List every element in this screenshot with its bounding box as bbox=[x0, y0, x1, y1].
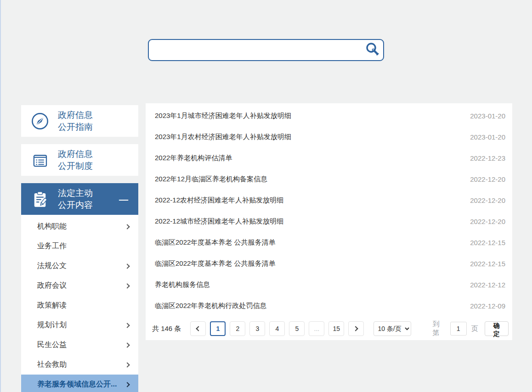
article-row[interactable]: 2022-12城市经济困难老年人补贴发放明细2022-12-20 bbox=[146, 211, 512, 232]
goto-prefix-label: 到第 bbox=[432, 320, 445, 337]
menu-item-label: 机构职能 bbox=[37, 222, 122, 231]
page-ellipsis: ... bbox=[309, 321, 324, 336]
article-title[interactable]: 临淄区2022年养老机构行政处罚信息 bbox=[155, 302, 464, 310]
article-date: 2022-12-20 bbox=[470, 175, 505, 183]
article-title[interactable]: 2022年养老机构评估清单 bbox=[155, 154, 464, 162]
article-date: 2022-12-23 bbox=[470, 154, 505, 162]
sidebar-menu-item-2[interactable]: 法规公文 bbox=[21, 256, 138, 276]
search-input[interactable] bbox=[149, 40, 362, 60]
sidebar-block-0[interactable]: 政府信息公开指南 bbox=[21, 105, 138, 137]
article-title[interactable]: 2023年1月农村经济困难老年人补贴发放明细 bbox=[155, 133, 464, 141]
chevron-right-icon bbox=[353, 326, 358, 331]
sidebar-block-label: 法定主动公开内容 bbox=[58, 187, 119, 211]
search-button[interactable] bbox=[362, 40, 383, 60]
sidebar-menu-item-4[interactable]: 政策解读 bbox=[21, 296, 138, 315]
menu-item-label: 政府会议 bbox=[37, 281, 122, 291]
article-date: 2023-01-20 bbox=[470, 112, 505, 120]
sidebar-menu-item-7[interactable]: 社会救助 bbox=[21, 355, 138, 375]
chevron-right-icon bbox=[125, 323, 130, 328]
menu-item-label: 社会救助 bbox=[37, 360, 122, 370]
goto-page-input[interactable] bbox=[450, 322, 467, 336]
article-date: 2022-12-12 bbox=[470, 281, 505, 289]
chevron-right-icon bbox=[125, 224, 130, 229]
article-row[interactable]: 临淄区2022年度基本养老 公共服务清单2022-12-15 bbox=[146, 232, 512, 253]
article-date: 2022-12-09 bbox=[470, 302, 505, 310]
page: { "search": { "placeholder": "", "value"… bbox=[0, 0, 532, 392]
page-button-4[interactable]: 4 bbox=[269, 321, 285, 336]
article-row[interactable]: 临淄区2022年度基本养老 公共服务清单2022-12-15 bbox=[146, 253, 512, 274]
search-icon bbox=[365, 42, 380, 59]
article-row[interactable]: 2022-12农村经济困难老年人补贴发放明细2022-12-20 bbox=[146, 190, 512, 211]
menu-item-label: 政策解读 bbox=[37, 301, 122, 310]
article-row[interactable]: 2023年1月城市经济困难老年人补贴发放明细2023-01-20 bbox=[146, 105, 512, 126]
search-bar bbox=[148, 39, 384, 61]
sidebar-menu-item-0[interactable]: 机构职能 bbox=[21, 217, 138, 236]
sidebar-menu-item-8[interactable]: 养老服务领域信息公开... bbox=[21, 375, 138, 392]
total-count-label: 共 146 条 bbox=[152, 325, 181, 333]
compass-icon bbox=[30, 112, 50, 131]
page-button-1[interactable]: 1 bbox=[210, 321, 226, 336]
page-button-3[interactable]: 3 bbox=[249, 321, 265, 336]
chevron-right-icon bbox=[125, 342, 130, 347]
page-size-select[interactable]: 10 条/页 bbox=[374, 321, 411, 336]
page-button-5[interactable]: 5 bbox=[289, 321, 305, 336]
menu-item-label: 规划计划 bbox=[37, 320, 122, 330]
article-title[interactable]: 养老机构服务信息 bbox=[155, 280, 464, 289]
article-title[interactable]: 2022年12月临淄区养老机构备案信息 bbox=[155, 175, 464, 184]
menu-item-label: 养老服务领域信息公开... bbox=[37, 380, 122, 389]
article-row[interactable]: 2022年养老机构评估清单2022-12-23 bbox=[146, 147, 512, 168]
sidebar-block-1[interactable]: 政府信息公开制度 bbox=[21, 144, 138, 176]
article-row[interactable]: 2022年12月临淄区养老机构备案信息2022-12-20 bbox=[146, 168, 512, 190]
sidebar-menu-item-5[interactable]: 规划计划 bbox=[21, 315, 138, 335]
sidebar-block-2[interactable]: 法定主动公开内容— bbox=[21, 183, 138, 215]
article-date: 2023-01-20 bbox=[470, 133, 505, 141]
sidebar-menu-item-6[interactable]: 民生公益 bbox=[21, 335, 138, 355]
collapse-icon[interactable]: — bbox=[119, 195, 128, 204]
chevron-right-icon bbox=[125, 263, 130, 269]
pagination-bar: 共 146 条 12345...15 10 条/页 到第 页 确定 bbox=[149, 321, 509, 336]
sidebar-blocks: 政府信息公开指南政府信息公开制度法定主动公开内容— bbox=[21, 105, 138, 215]
sidebar-block-label: 政府信息公开制度 bbox=[58, 148, 138, 172]
chevron-left-icon bbox=[196, 326, 201, 331]
article-row[interactable]: 2023年1月农村经济困难老年人补贴发放明细2023-01-20 bbox=[146, 126, 512, 147]
next-page-button[interactable] bbox=[348, 321, 364, 336]
article-title[interactable]: 临淄区2022年度基本养老 公共服务清单 bbox=[155, 259, 464, 268]
article-title[interactable]: 2022-12农村经济困难老年人补贴发放明细 bbox=[155, 196, 464, 205]
sidebar-menu: 机构职能业务工作法规公文政府会议政策解读规划计划民生公益社会救助养老服务领域信息… bbox=[21, 215, 138, 392]
menu-item-label: 业务工作 bbox=[37, 241, 122, 251]
chevron-right-icon bbox=[125, 362, 130, 367]
sidebar-block-label: 政府信息公开指南 bbox=[58, 109, 138, 133]
article-list: 2023年1月城市经济困难老年人补贴发放明细2023-01-202023年1月农… bbox=[146, 103, 512, 316]
article-date: 2022-12-15 bbox=[470, 239, 505, 246]
page-number-buttons: 12345...15 bbox=[210, 321, 348, 336]
page-button-15[interactable]: 15 bbox=[328, 321, 344, 336]
article-date: 2022-12-20 bbox=[470, 218, 505, 225]
confirm-button[interactable]: 确定 bbox=[485, 321, 509, 336]
article-title[interactable]: 2023年1月城市经济困难老年人补贴发放明细 bbox=[155, 112, 464, 120]
sidebar: 政府信息公开指南政府信息公开制度法定主动公开内容— 机构职能业务工作法规公文政府… bbox=[21, 105, 138, 392]
article-date: 2022-12-15 bbox=[470, 260, 505, 268]
chevron-right-icon bbox=[125, 283, 130, 288]
article-date: 2022-12-20 bbox=[470, 196, 505, 204]
article-row[interactable]: 养老机构服务信息2022-12-12 bbox=[146, 274, 512, 295]
article-title[interactable]: 临淄区2022年度基本养老 公共服务清单 bbox=[155, 238, 464, 247]
book-icon bbox=[30, 151, 50, 170]
chevron-right-icon bbox=[125, 382, 130, 387]
goto-suffix-label: 页 bbox=[471, 325, 478, 333]
article-title[interactable]: 2022-12城市经济困难老年人补贴发放明细 bbox=[155, 217, 464, 226]
sidebar-menu-item-1[interactable]: 业务工作 bbox=[21, 236, 138, 256]
menu-item-label: 法规公文 bbox=[37, 261, 122, 271]
sidebar-menu-item-3[interactable]: 政府会议 bbox=[21, 276, 138, 296]
clipboard-pencil-icon bbox=[30, 190, 50, 209]
prev-page-button[interactable] bbox=[190, 321, 206, 336]
menu-item-label: 民生公益 bbox=[37, 340, 122, 350]
goto-page-group: 到第 页 确定 bbox=[432, 320, 509, 337]
content-panel: 2023年1月城市经济困难老年人补贴发放明细2023-01-202023年1月农… bbox=[146, 103, 512, 340]
page-button-2[interactable]: 2 bbox=[230, 321, 245, 336]
article-row[interactable]: 临淄区2022年养老机构行政处罚信息2022-12-09 bbox=[146, 295, 512, 316]
